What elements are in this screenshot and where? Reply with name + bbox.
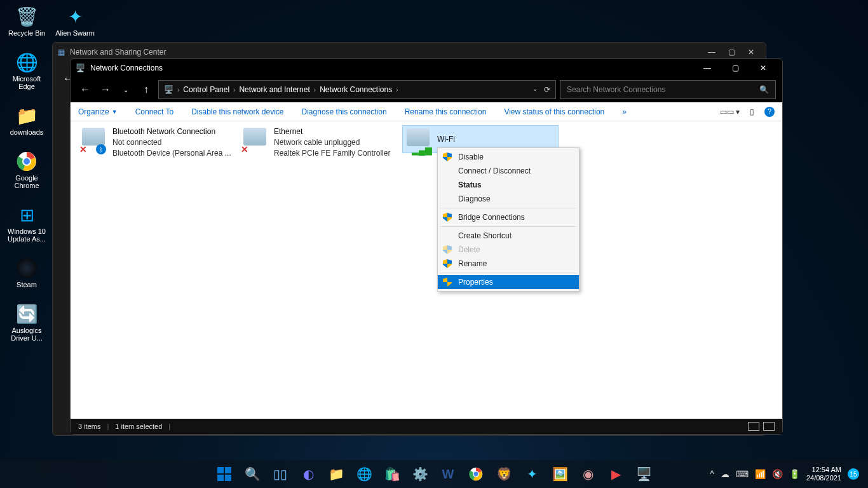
window-network-connections: 🖥️ Network Connections — ▢ ✕ ← → ⌄ ↑ 🖥️ …	[70, 58, 783, 435]
chevron-right-icon: ›	[177, 86, 179, 93]
ctx-label: Rename	[458, 259, 487, 268]
clock[interactable]: 12:54 AM 24/08/2021	[806, 466, 841, 482]
status-selected-count: 1 item selected	[115, 423, 162, 430]
desktop-icon-label: Recycle Bin	[8, 29, 45, 37]
toolbar-disable[interactable]: Disable this network device	[191, 107, 283, 116]
app-button-2[interactable]: ▶	[604, 462, 628, 486]
steam-icon	[14, 255, 39, 281]
adapter-ethernet[interactable]: ✕ Ethernet Network cable unplugged Realt…	[241, 126, 400, 158]
ctx-connect-disconnect[interactable]: Connect / Disconnect	[438, 164, 579, 178]
nav-forward-button[interactable]: →	[97, 81, 114, 98]
separator	[440, 273, 576, 273]
shield-icon	[443, 213, 452, 222]
separator	[440, 208, 576, 208]
ctx-create-shortcut[interactable]: Create Shortcut	[438, 229, 579, 243]
address-dropdown-icon[interactable]: ⌄	[532, 85, 538, 94]
adapter-status: Not connected	[112, 137, 231, 148]
status-item-count: 3 items	[78, 423, 100, 430]
toolbar-diagnose[interactable]: Diagnose this connection	[302, 107, 387, 116]
taskbar-pinned-apps: 🔍 ▯▯ ◐ 📁 🌐 🛍️ ⚙️ W 🦁 ✦ 🖼️ ◉ ▶ 🖥️	[212, 462, 656, 486]
minimize-button[interactable]: —	[708, 48, 715, 57]
chrome-button[interactable]	[464, 462, 488, 486]
alien-icon: ✦	[62, 4, 88, 29]
nav-up-button[interactable]: ↑	[138, 81, 154, 98]
toolbar-view-status[interactable]: View status of this connection	[504, 107, 604, 116]
help-button[interactable]: ?	[764, 107, 775, 117]
battery-icon[interactable]: 🔋	[789, 469, 800, 479]
task-view-button[interactable]: ▯▯	[268, 462, 292, 486]
ctx-label: Connect / Disconnect	[458, 166, 531, 175]
context-menu: Disable Connect / Disconnect Status Diag…	[437, 147, 580, 292]
widgets-button[interactable]: ◐	[296, 462, 320, 486]
ctx-bridge-connections[interactable]: Bridge Connections	[438, 210, 579, 224]
desktop-icon-edge[interactable]: 🌐Microsoft Edge	[4, 50, 50, 90]
file-explorer-button[interactable]: 📁	[324, 462, 348, 486]
refresh-button[interactable]: ⟳	[544, 85, 550, 94]
desktop-icon-steam[interactable]: Steam	[4, 255, 50, 288]
chevron-right-icon: ›	[233, 86, 235, 93]
app-icon: 🖥️	[76, 64, 85, 72]
wifi-icon[interactable]: 📶	[755, 469, 766, 479]
desktop-icon-chrome[interactable]: Google Chrome	[4, 149, 50, 189]
search-button[interactable]: 🔍	[240, 462, 264, 486]
notification-badge[interactable]: 15	[848, 468, 859, 480]
adapter-name: Bluetooth Network Connection	[112, 126, 231, 137]
breadcrumb-segment[interactable]: Network Connections	[320, 85, 392, 94]
close-button[interactable]: ✕	[748, 48, 754, 57]
keyboard-icon[interactable]: ⌨	[736, 469, 749, 479]
toolbar-overflow[interactable]: »	[622, 107, 627, 116]
ctx-diagnose[interactable]: Diagnose	[438, 192, 579, 206]
word-button[interactable]: W	[436, 462, 460, 486]
adapter-bluetooth[interactable]: ✕ᛒ Bluetooth Network Connection Not conn…	[79, 126, 238, 158]
toolbar-connect-to[interactable]: Connect To	[135, 107, 174, 116]
ctx-label: Properties	[458, 278, 493, 287]
volume-icon[interactable]: 🔇	[772, 469, 783, 479]
ctx-properties[interactable]: Properties	[438, 275, 579, 289]
organize-menu[interactable]: Organize▼	[78, 107, 118, 116]
large-icons-view-button[interactable]	[763, 422, 775, 431]
adapter-list: ✕ᛒ Bluetooth Network Connection Not conn…	[71, 121, 782, 419]
ctx-rename[interactable]: Rename	[438, 257, 579, 271]
preview-pane-button[interactable]: ▯	[750, 107, 754, 116]
start-button[interactable]	[212, 462, 236, 486]
desktop-icon-winupdate[interactable]: ⊞Windows 10 Update As...	[4, 202, 50, 243]
maximize-button[interactable]: ▢	[721, 59, 749, 77]
desktop-icon-auslogics[interactable]: 🔄Auslogics Driver U...	[4, 301, 50, 342]
edge-button[interactable]: 🌐	[352, 462, 376, 486]
nav-back-button[interactable]: ←	[77, 81, 93, 98]
settings-button[interactable]: ⚙️	[408, 462, 432, 486]
photos-button[interactable]: 🖼️	[548, 462, 572, 486]
brave-button[interactable]: 🦁	[492, 462, 516, 486]
titlebar[interactable]: 🖥️ Network Connections — ▢ ✕	[71, 59, 782, 77]
desktop-icon-recycle-bin[interactable]: 🗑️Recycle Bin	[4, 4, 50, 37]
view-options-button[interactable]: ▭▭ ▾	[720, 107, 740, 116]
control-panel-button[interactable]: 🖥️	[632, 462, 656, 486]
ctx-delete: Delete	[438, 243, 579, 257]
breadcrumb[interactable]: 🖥️ › Control Panel › Network and Interne…	[158, 80, 556, 99]
app-button[interactable]: ◉	[576, 462, 600, 486]
desktop-icon-alienswarm[interactable]: ✦Alien Swarm	[52, 4, 98, 37]
adapter-icon: ✕	[241, 126, 269, 154]
toolbar-rename[interactable]: Rename this connection	[405, 107, 487, 116]
adapter-device: Bluetooth Device (Personal Area ...	[112, 148, 231, 159]
breadcrumb-segment[interactable]: Control Panel	[183, 85, 229, 94]
shield-icon	[443, 259, 452, 268]
maximize-button[interactable]: ▢	[728, 48, 735, 57]
system-tray: ^ ☁ ⌨ 📶 🔇 🔋 12:54 AM 24/08/2021 15	[710, 466, 868, 482]
minimize-button[interactable]: —	[693, 59, 721, 77]
desktop-icon-downloads[interactable]: 📁downloads	[4, 103, 50, 136]
store-button[interactable]: 🛍️	[380, 462, 404, 486]
breadcrumb-segment[interactable]: Network and Internet	[239, 85, 309, 94]
ctx-disable[interactable]: Disable	[438, 150, 579, 164]
window-title: Network Connections	[90, 64, 163, 72]
close-button[interactable]: ✕	[749, 59, 777, 77]
window-title: Network and Sharing Center	[70, 48, 166, 57]
alien-button[interactable]: ✦	[520, 462, 544, 486]
tray-overflow-icon[interactable]: ^	[710, 469, 714, 479]
details-view-button[interactable]	[748, 422, 759, 431]
ctx-status[interactable]: Status	[438, 178, 579, 192]
search-input[interactable]: Search Network Connections 🔍	[560, 80, 776, 99]
nav-recent-dropdown[interactable]: ⌄	[118, 81, 134, 98]
onedrive-icon[interactable]: ☁	[721, 469, 729, 479]
signal-icon: ▂▄▆	[412, 145, 432, 155]
